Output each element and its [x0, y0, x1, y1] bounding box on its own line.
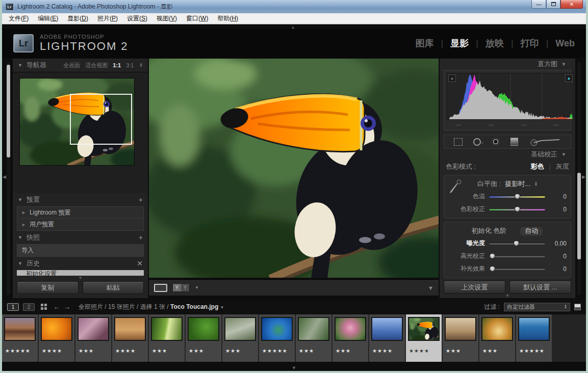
exposure-slider-thumb[interactable]	[514, 241, 519, 246]
thumbnail-cell-glacier-bay[interactable]: ★★★★	[369, 314, 406, 362]
temp-slider-thumb[interactable]	[515, 194, 520, 199]
mode-color[interactable]: 彩色	[531, 162, 544, 171]
star-rating[interactable]: ★★★	[336, 348, 351, 354]
spot-removal-icon[interactable]	[473, 138, 481, 146]
nav-zoom-updown-icon[interactable]: ⇕	[139, 63, 143, 68]
before-after-button[interactable]: Y Y	[172, 283, 190, 292]
second-monitor-button[interactable]: 2	[23, 303, 35, 311]
current-filename[interactable]: Toco Toucan.jpg	[170, 303, 218, 310]
tint-slider-thumb[interactable]	[515, 206, 520, 212]
star-rating[interactable]: ★★★	[446, 348, 461, 354]
star-rating[interactable]: ★★★★	[42, 348, 62, 354]
thumbnail-cell-toco-toucan[interactable]: ★★★★	[406, 314, 443, 362]
breadcrumb[interactable]: 全部照片 / 15 张照片 / 选择 1 张 / Toco Toucan.jpg…	[79, 303, 224, 311]
mode-grayscale[interactable]: 灰度	[556, 162, 569, 171]
main-image[interactable]	[149, 59, 439, 278]
module-打印[interactable]: 打印	[521, 37, 539, 49]
histogram-chart[interactable]: ▲ ▲	[447, 73, 574, 120]
star-rating[interactable]: ★★★	[225, 348, 241, 354]
snapshots-add-icon[interactable]: +	[139, 233, 143, 242]
thumbnail-cell-whale-tail[interactable]: ★★★★★	[516, 314, 553, 362]
star-rating[interactable]: ★★★★★	[5, 348, 31, 354]
thumbnail-image[interactable]	[151, 317, 183, 341]
nav-zoom-全画面[interactable]: 全画面	[63, 62, 80, 69]
fill-light-slider-thumb[interactable]	[490, 266, 495, 272]
toolbar-options-chevron[interactable]: ▼	[428, 285, 433, 291]
wb-row[interactable]: 白平衡 : 摄影时... ▲▼	[448, 178, 567, 190]
star-rating[interactable]: ★★★★★	[262, 348, 288, 354]
left-panel-resize-handle[interactable]: ▼	[13, 276, 148, 280]
thumbnail-image[interactable]	[114, 317, 146, 341]
temp-slider[interactable]	[489, 196, 545, 198]
thumbnail-cell-orange-flowers[interactable]: ★★★★	[39, 314, 75, 362]
history-item[interactable]: 初始化设置	[17, 270, 144, 276]
thumbnail-image[interactable]	[335, 317, 366, 341]
navigator-preview[interactable]	[13, 72, 148, 193]
left-panel-scrollbar[interactable]	[7, 62, 10, 295]
thumbnail-cell-river-valley[interactable]: ★★★	[222, 314, 259, 362]
thumbnail-cell-forest-path[interactable]: ★★★	[149, 314, 186, 362]
adjustment-brush-icon[interactable]	[529, 137, 561, 146]
titlebar[interactable]: Lr Lightroom 2 Catalog - Adobe Photoshop…	[2, 0, 586, 13]
filter-select[interactable]: 自定过滤器 ▲▼	[504, 303, 570, 311]
thumbnail-image[interactable]	[4, 317, 36, 341]
loupe-view-button[interactable]	[154, 284, 167, 292]
previous-button[interactable]: 上次设置	[444, 281, 505, 294]
thumbnail-image[interactable]	[41, 317, 72, 341]
snapshots-collapse-icon[interactable]: ▼	[18, 235, 22, 240]
thumbnail-image[interactable]	[408, 317, 440, 341]
thumbnail-image[interactable]	[261, 317, 293, 341]
navigator-collapse-icon[interactable]: ▼	[18, 63, 22, 68]
module-显影[interactable]: 显影	[450, 37, 469, 49]
thumbnail-image[interactable]	[481, 317, 513, 341]
star-rating[interactable]: ★★★	[299, 348, 314, 354]
thumbnail-cell-monument-valley[interactable]: ★★★★★	[2, 314, 39, 362]
star-rating[interactable]: ★★★	[482, 348, 498, 354]
menu-item-2[interactable]: 显影(D)	[63, 13, 93, 24]
thumbnail-image[interactable]	[224, 317, 256, 341]
left-scroll-thumb[interactable]	[7, 65, 10, 157]
history-clear-icon[interactable]: ✕	[137, 259, 143, 268]
navigator-header[interactable]: ▼ 导航器 全画面适合视图1:13:1⇕	[13, 59, 148, 72]
filter-toggle[interactable]	[574, 304, 581, 310]
thumbnail-image[interactable]	[445, 317, 476, 341]
menu-item-3[interactable]: 照片(P)	[93, 13, 122, 24]
module-Web[interactable]: Web	[555, 38, 575, 49]
thumbnail-image[interactable]	[518, 317, 550, 341]
presets-header[interactable]: ▼ 预置 +	[13, 193, 148, 206]
wb-select[interactable]: 摄影时...	[505, 179, 530, 189]
menu-item-5[interactable]: 视图(V)	[152, 13, 182, 24]
thumbnail-cell-frosted-leaves[interactable]: ★★★	[75, 314, 112, 362]
presets-collapse-icon[interactable]: ▼	[18, 197, 22, 202]
thumbnail-image[interactable]	[298, 317, 329, 341]
reset-button[interactable]: 默认设置 ...	[509, 281, 571, 294]
star-rating[interactable]: ★★★	[152, 348, 167, 354]
thumbnail-cell-misty-trees[interactable]: ★★★	[443, 314, 479, 362]
nav-zoom-1:1[interactable]: 1:1	[113, 62, 121, 68]
navigator-zoom-rect[interactable]	[70, 94, 132, 145]
fill-light-slider[interactable]	[489, 268, 545, 270]
collapse-right-panel-arrow[interactable]: ▶	[582, 175, 585, 179]
menu-item-0[interactable]: 文件(F)	[4, 13, 33, 24]
module-放映[interactable]: 放映	[485, 37, 504, 49]
menu-item-4[interactable]: 设置(S)	[122, 13, 152, 24]
expander-icon[interactable]: ►	[21, 210, 26, 215]
thumbnail-image[interactable]	[188, 317, 219, 341]
highlight-clipping-indicator[interactable]: ▲	[565, 74, 573, 82]
star-rating[interactable]: ★★★★	[115, 348, 136, 354]
right-panel-scrollbar[interactable]	[577, 62, 581, 295]
maximize-button[interactable]	[546, 0, 560, 9]
graduated-filter-icon[interactable]	[510, 138, 518, 146]
recovery-slider[interactable]	[489, 255, 545, 257]
histogram-header[interactable]: 直方图 ▼	[440, 59, 575, 70]
crop-tool-icon[interactable]	[454, 138, 463, 146]
module-图库[interactable]: 图库	[416, 37, 434, 49]
star-rating[interactable]: ★★★	[79, 348, 94, 354]
thumbnail-image[interactable]	[371, 317, 403, 341]
thumbnail-cell-forest-stream[interactable]: ★★★	[296, 314, 333, 362]
thumbnail-cell-green-plants[interactable]: ★★★	[186, 314, 222, 362]
history-collapse-icon[interactable]: ▼	[18, 261, 22, 266]
star-rating[interactable]: ★★★★	[409, 348, 429, 354]
redeye-tool-icon[interactable]	[492, 138, 500, 146]
collapse-filmstrip-arrow[interactable]: ▼	[292, 365, 296, 370]
